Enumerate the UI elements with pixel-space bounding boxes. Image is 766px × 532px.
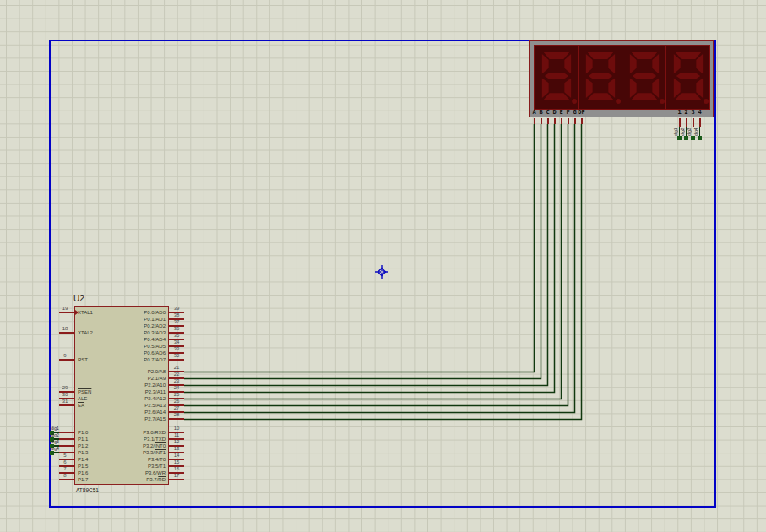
pin-label-p2.4-a12: P2.4/A12 xyxy=(78,396,166,402)
net-label-dig2: dig2 xyxy=(48,433,62,437)
pin-label-p3.1-txd: P3.1/TXD xyxy=(78,437,166,442)
pin-label-p0.2-ad2: P0.2/AD2 xyxy=(78,323,166,329)
display-pin-e xyxy=(561,118,562,124)
net-terminal[interactable] xyxy=(50,451,54,455)
pin-number-p2.4-a12: 25 xyxy=(169,392,184,398)
seven-segment-display[interactable] xyxy=(529,40,714,117)
pin-stub-p2.7-a15 xyxy=(169,418,184,420)
display-segment-label-dp: DP xyxy=(578,109,584,116)
segment-e xyxy=(586,78,593,98)
display-digit-2 xyxy=(578,46,622,109)
pin-label-p3.2-int0: P3.2/INT0 xyxy=(78,443,166,449)
pin-number-rst: 9 xyxy=(57,353,73,359)
origin-marker xyxy=(373,263,390,280)
segment-d xyxy=(676,93,701,100)
pin-label-p3.5-t1: P3.5/T1 xyxy=(78,464,166,470)
pin-stub-rst xyxy=(59,359,74,361)
display-pin-a xyxy=(534,118,535,124)
segment-e xyxy=(542,78,549,98)
pin-number-p3.2-int0: 12 xyxy=(169,439,184,445)
pin-number-p3.1-txd: 11 xyxy=(169,432,184,438)
net-label-dig1: dig1 xyxy=(673,123,678,136)
pin-number-p3.0-rxd: 10 xyxy=(169,426,184,432)
display-digit-label-4: 4 xyxy=(698,109,701,116)
segment-e xyxy=(630,78,637,98)
pin-label-p2.2-a10: P2.2/A10 xyxy=(78,383,166,388)
display-digit-pin xyxy=(699,118,701,127)
pin-label-p2.1-a9: P2.1/A9 xyxy=(78,376,166,382)
net-terminal[interactable] xyxy=(677,136,682,140)
net-label-dig2: dig2 xyxy=(680,123,685,136)
pin-label-p3.0-rxd: P3.0/RXD xyxy=(78,430,166,436)
net-terminal[interactable] xyxy=(684,136,688,140)
pin-number-p2.5-a13: 26 xyxy=(169,399,184,404)
chip-part-number: AT89C51 xyxy=(76,487,99,493)
pin-number-p2.1-a9: 22 xyxy=(169,372,184,377)
segment-dp xyxy=(660,99,665,104)
pin-label-p3.7-rd: P3.7/RD xyxy=(78,477,166,483)
pin-number-p0.1-ad1: 38 xyxy=(169,312,184,318)
display-segment-label-b: B xyxy=(539,109,542,116)
display-pin-c xyxy=(547,118,549,124)
pin-number-p0.5-ad5: 34 xyxy=(169,339,184,345)
segment-b xyxy=(608,54,615,74)
net-label-dig4: dig4 xyxy=(48,447,62,451)
segment-f xyxy=(586,54,593,74)
seven-segment-glyph xyxy=(622,46,665,109)
pin-label-p2.5-a13: P2.5/A13 xyxy=(78,403,166,409)
pin-number-p2.0-a8: 21 xyxy=(169,365,184,371)
pin-stub-xtal1 xyxy=(59,312,74,313)
net-label-dig4: dig4 xyxy=(693,123,698,136)
pin-number-p1.6: 7 xyxy=(57,466,73,472)
segment-c xyxy=(608,78,615,98)
net-terminal[interactable] xyxy=(691,136,695,140)
segment-g xyxy=(545,73,568,79)
net-terminal[interactable] xyxy=(698,136,702,140)
segment-a xyxy=(588,52,613,59)
display-segment-label-g: G xyxy=(573,109,576,116)
seven-segment-glyph xyxy=(666,46,709,109)
segment-f xyxy=(542,54,549,74)
pin-number-p2.2-a10: 23 xyxy=(169,378,184,384)
pin-stub-xtal2 xyxy=(59,332,74,334)
segment-b xyxy=(564,54,571,74)
pin-stub-p3.7-rd xyxy=(169,479,184,480)
pin-number-p1.5: 6 xyxy=(57,459,73,465)
pin-number-p0.0-ad0: 39 xyxy=(169,306,184,312)
pin-number-p2.3-a11: 24 xyxy=(169,385,184,391)
pin-number-psen: 29 xyxy=(57,385,73,391)
display-digit-label-2: 2 xyxy=(684,109,687,116)
pin-label-p2.7-a15: P2.7/A15 xyxy=(78,416,166,422)
segment-d xyxy=(544,93,569,100)
pin-number-xtal1: 19 xyxy=(57,306,73,312)
pin-label-p2.3-a11: P2.3/A11 xyxy=(78,389,166,395)
schematic-canvas[interactable]: ABCDEFGDP1234 dig1dig2dig3dig4 U2 AT89C5… xyxy=(0,0,766,532)
pin-label-p0.4-ad4: P0.4/AD4 xyxy=(78,337,166,343)
pin-label-p0.6-ad6: P0.6/AD6 xyxy=(78,350,166,356)
seven-segment-glyph xyxy=(535,46,578,109)
pin-number-xtal2: 18 xyxy=(57,326,73,332)
display-segment-label-d: D xyxy=(552,109,556,116)
segment-b xyxy=(652,54,659,74)
display-pin-g xyxy=(574,118,576,124)
net-label-dig1: dig1 xyxy=(48,426,62,431)
segment-a xyxy=(632,52,657,59)
display-digit-label-1: 1 xyxy=(677,109,681,116)
pin-number-p1.4: 5 xyxy=(57,453,73,459)
segment-f xyxy=(630,54,637,74)
pin-label-p3.4-t0: P3.4/T0 xyxy=(78,457,166,463)
segment-g xyxy=(633,73,656,79)
segment-dp xyxy=(572,99,577,104)
segment-d xyxy=(632,93,657,100)
segment-e xyxy=(674,78,681,98)
chip-reference: U2 xyxy=(73,294,84,303)
pin-label-p0.7-ad7: P0.7/AD7 xyxy=(78,357,166,363)
segment-f xyxy=(674,54,681,74)
pin-number-p3.5-t1: 15 xyxy=(169,459,184,465)
pin-number-p3.6-wr: 16 xyxy=(169,466,184,472)
pin-number-p0.4-ad4: 35 xyxy=(169,333,184,339)
pin-label-p0.1-ad1: P0.1/AD1 xyxy=(78,317,166,323)
pin-label-p0.5-ad5: P0.5/AD5 xyxy=(78,344,166,350)
seven-segment-glyph xyxy=(579,46,622,109)
pin-label-p3.6-wr: P3.6/WR xyxy=(78,470,166,476)
